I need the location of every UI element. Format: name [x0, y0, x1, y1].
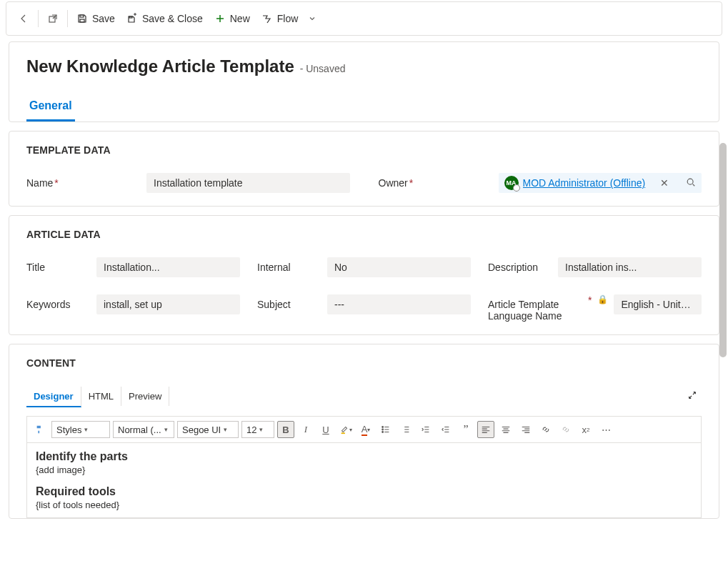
unlink-button[interactable]: [557, 421, 574, 438]
chevron-down-icon: [306, 13, 318, 24]
save-label: Save: [92, 13, 115, 24]
svg-point-6: [382, 429, 384, 430]
content-placeholder: {add image}: [36, 465, 692, 475]
keywords-label: Keywords: [26, 294, 91, 310]
save-icon: [76, 13, 88, 24]
save-close-label: Save & Close: [142, 13, 203, 24]
tab-general[interactable]: General: [26, 99, 75, 121]
indent-button[interactable]: [437, 421, 454, 438]
field-description: Description Installation ins...: [488, 257, 702, 277]
content-heading: Identify the parts: [36, 450, 692, 463]
underline-button[interactable]: U: [317, 421, 334, 438]
field-name: Name* Installation template: [26, 173, 350, 193]
blockquote-button[interactable]: ”: [457, 421, 474, 438]
new-label: New: [230, 13, 250, 24]
italic-button[interactable]: I: [297, 421, 314, 438]
font-size-select[interactable]: 12▾: [241, 421, 274, 438]
styles-select[interactable]: Styles▾: [51, 421, 110, 438]
rich-editor: Styles▾ Normal (...▾ Segoe UI▾ 12▾ B I U…: [26, 416, 702, 518]
section-title: ARTICLE DATA: [26, 229, 702, 240]
internal-input[interactable]: No: [327, 257, 471, 277]
svg-point-4: [687, 179, 693, 184]
popout-button[interactable]: [41, 7, 64, 30]
content-placeholder: {list of tools needed}: [36, 500, 692, 510]
svg-rect-1: [80, 15, 84, 17]
page-status: - Unsaved: [300, 63, 346, 74]
field-internal: Internal No: [257, 257, 471, 277]
section-title: CONTENT: [26, 357, 702, 369]
new-button[interactable]: New: [209, 7, 256, 30]
format-painter-button[interactable]: [31, 421, 49, 438]
link-button[interactable]: [537, 421, 554, 438]
more-button[interactable]: ⋯: [597, 421, 614, 438]
title-input[interactable]: Installation...: [96, 257, 240, 277]
number-list-button[interactable]: [397, 421, 414, 438]
field-language: Article Template Language Name * 🔒 Engli…: [488, 294, 702, 322]
tab-designer[interactable]: Designer: [26, 387, 81, 407]
internal-label: Internal: [257, 257, 321, 273]
required-indicator: *: [54, 177, 58, 189]
svg-point-7: [382, 432, 384, 433]
save-close-icon: [126, 13, 138, 24]
field-subject: Subject ---: [257, 294, 471, 322]
template-data-section: TEMPLATE DATA Name* Installation templat…: [9, 131, 719, 207]
bullet-list-button[interactable]: [377, 421, 394, 438]
avatar: MA: [504, 176, 519, 190]
plus-icon: [214, 13, 226, 24]
command-bar: Save Save & Close New Flow: [6, 1, 722, 36]
outdent-button[interactable]: [417, 421, 434, 438]
font-select[interactable]: Segoe UI▾: [177, 421, 239, 438]
field-keywords: Keywords install, set up: [26, 294, 240, 322]
header-card: New Knowledge Article Template - Unsaved…: [9, 41, 719, 122]
tab-html[interactable]: HTML: [81, 387, 121, 406]
align-right-button[interactable]: [517, 421, 534, 438]
bold-button[interactable]: B: [277, 421, 294, 438]
content-section: CONTENT Designer HTML Preview Styles▾ No…: [9, 344, 719, 519]
flow-label: Flow: [277, 13, 299, 24]
tab-preview[interactable]: Preview: [121, 387, 169, 406]
format-select[interactable]: Normal (...▾: [113, 421, 174, 438]
required-indicator: *: [409, 177, 413, 189]
description-label: Description: [488, 257, 552, 273]
required-indicator: *: [588, 294, 592, 306]
scrollbar[interactable]: [719, 143, 727, 357]
lock-icon: 🔒: [597, 294, 608, 304]
form-tabs: General: [26, 99, 702, 121]
article-data-section: ARTICLE DATA Title Installation... Inter…: [9, 215, 719, 335]
back-button[interactable]: [12, 7, 35, 30]
title-label: Title: [26, 257, 91, 273]
editor-body[interactable]: Identify the parts {add image} Required …: [27, 443, 701, 517]
language-label: Article Template Language Name: [488, 294, 581, 322]
align-center-button[interactable]: [497, 421, 514, 438]
separator: [38, 10, 39, 27]
keywords-input[interactable]: install, set up: [96, 294, 240, 314]
name-input[interactable]: Installation template: [146, 173, 350, 193]
flow-button[interactable]: Flow: [256, 7, 324, 30]
name-label: Name*: [26, 177, 141, 189]
owner-lookup[interactable]: MA MOD Administrator (Offline) ✕: [499, 173, 702, 193]
search-icon[interactable]: [686, 177, 696, 189]
superscript-button[interactable]: x2: [577, 421, 594, 438]
arrow-left-icon: [18, 13, 29, 24]
svg-rect-3: [129, 16, 132, 18]
save-button[interactable]: Save: [71, 7, 121, 30]
section-title: TEMPLATE DATA: [26, 144, 702, 156]
highlight-button[interactable]: ▾: [337, 421, 354, 438]
clear-icon[interactable]: ✕: [660, 177, 669, 189]
field-owner: Owner* MA MOD Administrator (Offline) ✕: [379, 173, 702, 193]
owner-label: Owner*: [379, 177, 493, 189]
content-tabs: Designer HTML Preview: [26, 386, 702, 407]
font-color-button[interactable]: A▾: [357, 421, 374, 438]
owner-link[interactable]: MOD Administrator (Offline): [523, 177, 657, 189]
expand-icon[interactable]: [683, 386, 702, 407]
description-input[interactable]: Installation ins...: [558, 257, 702, 277]
svg-point-5: [382, 427, 384, 428]
language-input[interactable]: English - Unite...: [614, 294, 702, 314]
field-title: Title Installation...: [26, 257, 240, 277]
popout-icon: [47, 13, 59, 24]
subject-input[interactable]: ---: [327, 294, 471, 314]
page-title: New Knowledge Article Template: [26, 56, 294, 76]
separator: [67, 10, 68, 27]
save-close-button[interactable]: Save & Close: [121, 7, 209, 30]
align-left-button[interactable]: [477, 421, 494, 438]
